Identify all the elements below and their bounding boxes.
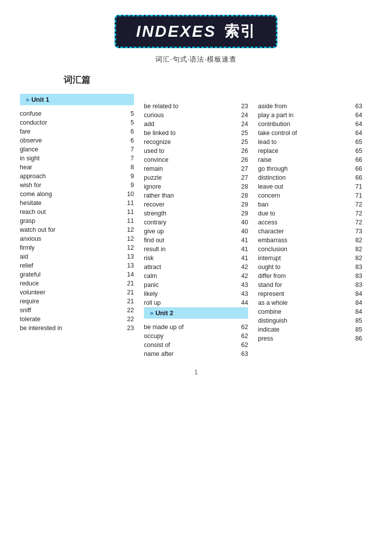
word-text: differ from — [258, 273, 352, 279]
word-text: likely — [144, 290, 238, 297]
list-item: likely43 — [144, 289, 248, 298]
page-num: 64 — [352, 121, 362, 128]
list-item: take control of64 — [258, 129, 362, 138]
page-num: 65 — [352, 147, 362, 154]
page-num: 72 — [352, 210, 362, 217]
word-text: as a whole — [258, 299, 352, 306]
word-text: consist of — [144, 342, 238, 348]
list-item: reach out11 — [20, 207, 134, 216]
page-num: 83 — [352, 273, 362, 279]
list-item: find out41 — [144, 236, 248, 245]
list-item: add24 — [144, 120, 248, 129]
list-item: panic43 — [144, 280, 248, 289]
list-item: as a whole84 — [258, 298, 362, 307]
word-text: occupy — [144, 333, 238, 340]
list-item: contrary40 — [144, 218, 248, 227]
word-text: attract — [144, 264, 238, 271]
page-num: 72 — [352, 219, 362, 226]
left-column: 词汇篇 » Unit 1 confuse5conductor5fare6obse… — [20, 74, 134, 358]
word-text: play a part in — [258, 112, 352, 119]
list-item: hear8 — [20, 163, 134, 172]
page-num: 66 — [352, 165, 362, 172]
subtitle: 词汇·句式·语法·模板速查 — [155, 55, 237, 64]
page-num: 13 — [124, 253, 134, 260]
list-item: calm42 — [144, 272, 248, 280]
page-num: 8 — [124, 164, 134, 171]
page-num: 62 — [238, 324, 248, 331]
list-item: play a part in64 — [258, 111, 362, 120]
list-item: rather than28 — [144, 191, 248, 200]
page-num: 12 — [124, 244, 134, 251]
list-item: remain27 — [144, 164, 248, 173]
word-text: due to — [258, 210, 352, 217]
list-item: represent84 — [258, 289, 362, 298]
list-item: grateful14 — [20, 270, 134, 279]
page-num: 27 — [238, 165, 248, 172]
page: INDEXES 索引 词汇·句式·语法·模板速查 词汇篇 » Unit 1 co… — [0, 0, 392, 550]
page-num: 21 — [124, 289, 134, 296]
word-text: volunteer — [20, 289, 124, 296]
word-text: name after — [144, 350, 238, 357]
word-text: anxious — [20, 235, 124, 242]
word-text: recognize — [144, 138, 238, 145]
list-item: combine84 — [258, 307, 362, 316]
list-item: hesitate11 — [20, 199, 134, 207]
list-item: attract42 — [144, 263, 248, 272]
list-item: due to72 — [258, 209, 362, 218]
list-item: interrupt82 — [258, 254, 362, 263]
list-item: indicate85 — [258, 325, 362, 334]
page-num: 43 — [238, 290, 248, 297]
page-num: 11 — [124, 200, 134, 206]
list-item: relief13 — [20, 261, 134, 270]
word-text: be related to — [144, 103, 238, 110]
right-column: aside from63play a part in64contribution… — [248, 74, 362, 358]
page-num: 28 — [238, 192, 248, 199]
word-text: come along — [20, 191, 124, 198]
header: INDEXES 索引 词汇·句式·语法·模板速查 — [20, 15, 372, 64]
word-text: ought to — [258, 264, 352, 271]
page-num: 41 — [238, 255, 248, 262]
list-item: used to26 — [144, 146, 248, 155]
word-text: result in — [144, 246, 238, 253]
page-num: 42 — [238, 273, 248, 279]
list-item: lead to65 — [258, 138, 362, 146]
page-num: 85 — [352, 317, 362, 324]
list-item: differ from83 — [258, 272, 362, 280]
page-num: 40 — [238, 228, 248, 235]
word-text: rather than — [144, 192, 238, 199]
word-text: grateful — [20, 271, 124, 278]
word-text: approach — [20, 173, 124, 180]
word-text: ban — [258, 201, 352, 208]
list-item: reduce21 — [20, 279, 134, 288]
list-item: distinguish85 — [258, 316, 362, 325]
page-footer: 1 — [20, 368, 372, 376]
word-text: tolerate — [20, 316, 124, 323]
list-item: ignore28 — [144, 182, 248, 191]
word-text: stand for — [258, 281, 352, 288]
list-item: concern71 — [258, 191, 362, 200]
list-item: name after63 — [144, 349, 248, 358]
page-num: 82 — [352, 237, 362, 244]
list-item: in sight7 — [20, 154, 134, 163]
word-text: roll up — [144, 299, 238, 306]
word-text: aid — [20, 253, 124, 260]
page-num: 6 — [124, 128, 134, 135]
page-num: 83 — [352, 281, 362, 288]
word-text: press — [258, 335, 352, 342]
list-item: confuse5 — [20, 109, 134, 118]
list-item: fare6 — [20, 127, 134, 136]
page-num: 27 — [238, 174, 248, 181]
page-num: 21 — [124, 298, 134, 305]
page-num: 63 — [352, 103, 362, 110]
list-item: ban72 — [258, 200, 362, 209]
right-words-list: aside from63play a part in64contribution… — [258, 74, 362, 343]
page-num: 29 — [238, 210, 248, 217]
word-text: puzzle — [144, 174, 238, 181]
page-num: 84 — [352, 290, 362, 297]
word-text: character — [258, 228, 352, 235]
mid-column: be related to23curious24add24be linked t… — [134, 74, 248, 358]
list-item: aid13 — [20, 252, 134, 261]
word-text: lead to — [258, 138, 352, 145]
word-text: watch out for — [20, 226, 124, 233]
list-item: leave out71 — [258, 182, 362, 191]
